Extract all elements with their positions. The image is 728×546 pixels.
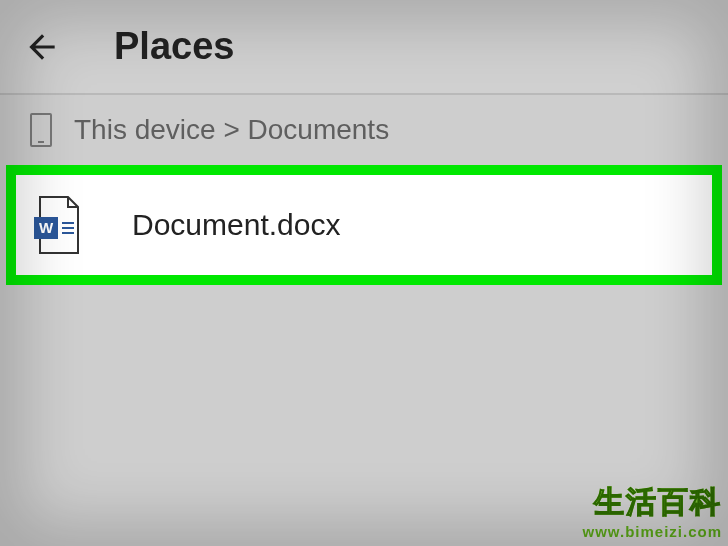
file-row-highlight: W Document.docx bbox=[6, 165, 722, 285]
watermark-url: www.bimeizi.com bbox=[583, 523, 722, 540]
breadcrumb[interactable]: This device > Documents bbox=[0, 95, 728, 165]
app-root: Places This device > Documents W Documen… bbox=[0, 0, 728, 546]
page-title: Places bbox=[114, 25, 234, 68]
header-bar: Places bbox=[0, 0, 728, 95]
watermark-text-cn: 生活百科 bbox=[583, 482, 722, 523]
word-document-icon: W bbox=[34, 195, 82, 255]
arrow-left-icon bbox=[23, 28, 61, 66]
svg-text:W: W bbox=[39, 219, 54, 236]
breadcrumb-text: This device > Documents bbox=[74, 114, 389, 146]
watermark: 生活百科 www.bimeizi.com bbox=[583, 482, 722, 540]
file-name: Document.docx bbox=[132, 208, 340, 242]
back-button[interactable] bbox=[20, 25, 64, 69]
device-icon bbox=[30, 113, 52, 147]
file-row[interactable]: W Document.docx bbox=[16, 175, 712, 275]
